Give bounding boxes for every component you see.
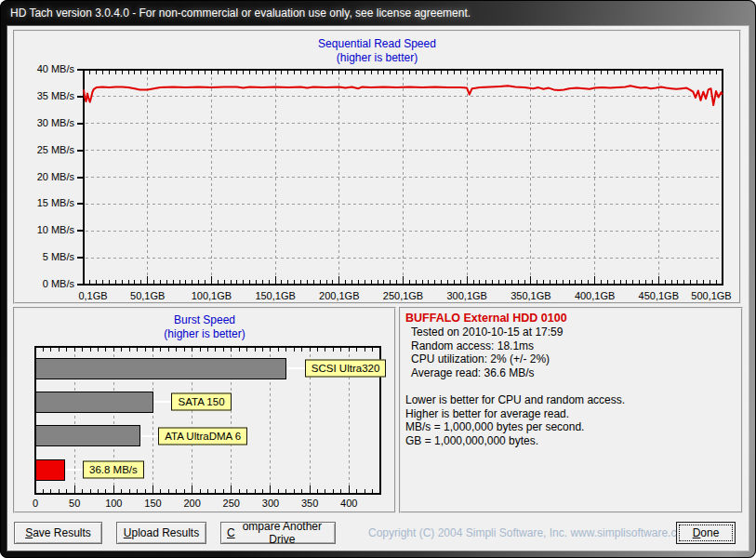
screen: HD Tach version 3.0.4.0 - For non-commer… (0, 0, 756, 558)
upload-results-button[interactable]: Upload Results (116, 522, 206, 544)
seq-x-tick-label: 300,1GB (437, 290, 497, 301)
burst-bar-label: SCSI Ultra320 (305, 360, 387, 378)
drive-info-line: Average read: 36.6 MB/s (405, 366, 736, 380)
sequential-read-title: Sequential Read Speed (15, 37, 739, 50)
compare-another-drive-button[interactable]: Compare Another Drive (220, 522, 336, 544)
seq-x-tick-label: 400,1GB (565, 290, 625, 301)
burst-bar-label: 36.8 MB/s (83, 461, 144, 479)
sequential-read-subtitle: (higher is better) (15, 51, 739, 64)
drive-info-line: Lower is better for CPU and random acces… (405, 393, 736, 407)
save-results-button[interactable]: Save Results (14, 522, 102, 544)
burst-speed-plot: SCSI Ultra320SATA 150ATA UltraDMA 636.8 … (35, 347, 380, 494)
seq-y-tick-label: 40 MB/s (15, 63, 74, 74)
seq-y-tick-label: 35 MB/s (15, 90, 74, 101)
seq-x-tick-label: 250,1GB (374, 290, 433, 301)
burst-speed-subtitle: (higher is better) (15, 327, 394, 340)
burst-speed-title: Burst Speed (15, 313, 394, 326)
seq-y-tick-label: 25 MB/s (15, 144, 74, 155)
done-button[interactable]: Done (676, 522, 736, 544)
burst-speed-panel: Burst Speed (higher is better) SCSI Ultr… (13, 307, 396, 513)
seq-y-tick-label: 15 MB/s (15, 197, 74, 208)
sequential-read-plot (84, 70, 723, 285)
seq-x-tick-label: 350,1GB (501, 290, 561, 301)
drive-info-lines: Tested on 2010-10-15 at 17:59Random acce… (405, 326, 736, 447)
drive-info-line: Higher is better for average read. (405, 407, 736, 421)
seq-y-tick-label: 0 MB/s (15, 278, 74, 289)
drive-info-line: CPU utilization: 2% (+/- 2%) (405, 352, 736, 366)
seq-x-tick-label: 450,1GB (629, 290, 688, 301)
seq-x-tick-label: 500,1GB (682, 290, 741, 301)
window-title: HD Tach version 3.0.4.0 - For non-commer… (10, 7, 471, 20)
seq-x-tick-label: 150,1GB (245, 290, 305, 301)
burst-bar (35, 392, 153, 412)
drive-info-panel: BUFFALO External HDD 0100 Tested on 2010… (399, 307, 743, 513)
client-area: Sequential Read Speed (higher is better)… (7, 26, 749, 551)
burst-bar-label: ATA UltraDMA 6 (158, 427, 247, 445)
burst-x-tick-label: 400 (319, 498, 378, 509)
burst-bar-label: SATA 150 (171, 393, 231, 411)
seq-y-tick-label: 20 MB/s (15, 171, 74, 182)
seq-x-tick-label: 50,1GB (118, 290, 178, 301)
drive-name: BUFFALO External HDD 0100 (405, 312, 736, 325)
seq-y-tick-label: 30 MB/s (15, 117, 74, 128)
burst-bar (35, 426, 139, 446)
drive-info-line: MB/s = 1,000,000 bytes per second. (405, 420, 736, 434)
burst-bar (35, 459, 64, 480)
seq-x-tick-label: 0,1GB (63, 290, 123, 301)
seq-y-tick-label: 5 MB/s (15, 251, 74, 262)
drive-info-line: GB = 1,000,000,000 bytes. (405, 434, 736, 448)
drive-info-line (405, 379, 736, 393)
seq-y-tick-label: 10 MB/s (15, 224, 74, 235)
drive-info-line: Tested on 2010-10-15 at 17:59 (405, 326, 736, 339)
seq-x-tick-label: 100,1GB (181, 290, 241, 301)
copyright-text: Copyright (C) 2004 Simpli Software, Inc.… (368, 522, 692, 544)
seq-x-tick-label: 200,1GB (310, 290, 369, 301)
app-window: HD Tach version 3.0.4.0 - For non-commer… (0, 0, 756, 558)
burst-bar (35, 358, 286, 379)
sequential-read-panel: Sequential Read Speed (higher is better)… (13, 30, 741, 304)
drive-info-line: Random access: 18.1ms (405, 339, 736, 353)
title-bar[interactable]: HD Tach version 3.0.4.0 - For non-commer… (0, 0, 756, 26)
